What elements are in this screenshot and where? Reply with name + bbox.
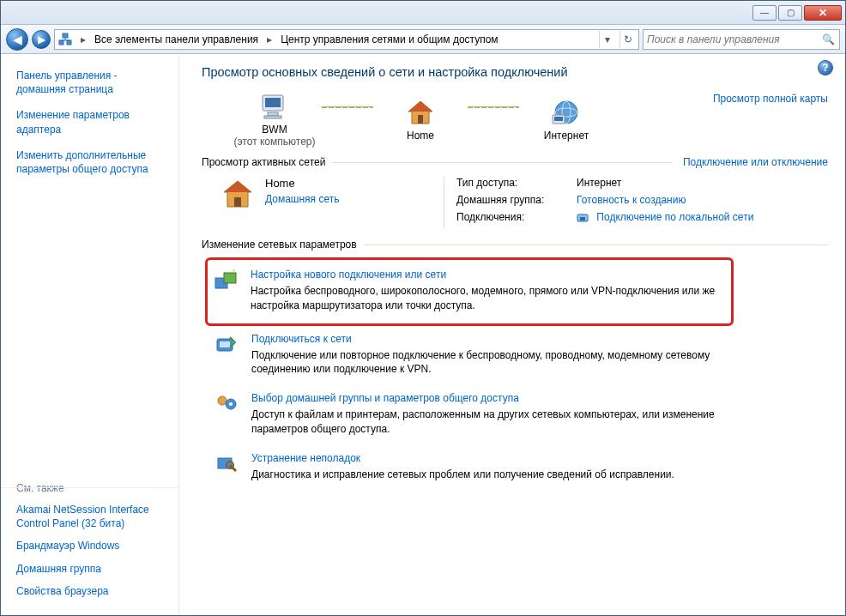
setting-troubleshoot[interactable]: Устранение неполадок Диагностика и испра… [208, 445, 828, 491]
computer-icon [257, 91, 292, 122]
settings-list: + Настройка нового подключения или сети … [202, 257, 828, 491]
breadcrumb-root[interactable]: Все элементы панели управления [94, 33, 258, 45]
setting-title[interactable]: Устранение неполадок [251, 452, 674, 464]
house-icon [219, 177, 257, 211]
svg-rect-6 [265, 98, 281, 107]
svg-marker-18 [224, 181, 251, 192]
breadcrumb-current[interactable]: Центр управления сетями и общим доступом [281, 33, 499, 45]
connect-disconnect-link[interactable]: Подключение или отключение [683, 156, 828, 168]
breadcrumb-dropdown[interactable]: ▾ [599, 31, 614, 48]
close-button[interactable]: ✕ [804, 5, 842, 21]
nav-back-button[interactable]: ◀ [6, 28, 28, 51]
network-map: BWM (этот компьютер) Home [202, 91, 828, 148]
see-also-browser[interactable]: Свойства браузера [16, 584, 168, 598]
map-connector-icon [468, 106, 519, 108]
network-center-icon [58, 33, 72, 46]
titlebar: — ▢ ✕ [1, 1, 845, 25]
svg-point-27 [218, 396, 227, 405]
svg-marker-10 [408, 101, 432, 112]
svg-rect-0 [59, 40, 63, 45]
window-frame: — ▢ ✕ ◀ ▶ ▸ Все элементы панели управлен… [0, 0, 846, 616]
sidebar-link-adapter[interactable]: Изменение параметров адаптера [16, 108, 168, 136]
active-networks-header: Просмотр активных сетей Подключение или … [202, 156, 828, 168]
sidebar: Панель управления - домашняя страница Из… [1, 55, 179, 615]
kv-access-label: Тип доступа: [456, 177, 577, 189]
nav-forward-button[interactable]: ▶ [32, 30, 51, 49]
svg-rect-11 [418, 115, 423, 124]
maximize-button[interactable]: ▢ [778, 5, 802, 21]
setting-desc: Подключение или повторное подключение к … [251, 348, 732, 377]
setting-connect-network[interactable]: Подключиться к сети Подключение или повт… [208, 326, 828, 386]
change-settings-title: Изменение сетевых параметров [202, 239, 357, 251]
node-home: Home [373, 97, 468, 142]
refresh-button[interactable]: ↻ [619, 31, 635, 48]
breadcrumb-sep-icon: ▸ [263, 33, 275, 45]
node-computer-sub: (этот компьютер) [234, 136, 316, 148]
svg-rect-21 [580, 217, 585, 220]
troubleshoot-icon [214, 452, 239, 476]
node-internet: Интернет [519, 97, 613, 142]
sidebar-divider [1, 487, 178, 488]
node-internet-label: Интернет [544, 130, 589, 142]
active-network-block: Home Домашняя сеть Тип доступа: Интернет… [202, 177, 828, 228]
active-networks-title: Просмотр активных сетей [202, 156, 325, 168]
node-home-label: Home [407, 130, 434, 142]
svg-rect-26 [220, 341, 230, 347]
setting-desc: Диагностика и исправление сетевых пробле… [251, 468, 674, 482]
node-computer-label: BWM [262, 124, 287, 136]
content-area: Панель управления - домашняя страница Из… [1, 54, 845, 615]
map-connector-icon [322, 106, 373, 108]
see-also-firewall[interactable]: Брандмауэр Windows [16, 539, 168, 553]
svg-rect-16 [554, 117, 563, 121]
sidebar-link-home[interactable]: Панель управления - домашняя страница [16, 69, 168, 96]
kv-connections-label: Подключения: [456, 211, 577, 223]
svg-rect-1 [67, 40, 71, 45]
view-full-map-link[interactable]: Просмотр полной карты [713, 91, 828, 105]
active-network-name: Home [265, 177, 339, 190]
breadcrumb-sep-icon: ▸ [77, 33, 89, 45]
connect-network-icon [214, 333, 239, 357]
address-bar: ◀ ▶ ▸ Все элементы панели управления ▸ Ц… [1, 25, 845, 54]
kv-homegroup-label: Домашняя группа: [456, 194, 577, 206]
setting-new-connection[interactable]: + Настройка нового подключения или сети … [205, 257, 734, 326]
kv-connections-link[interactable]: Подключение по локальной сети [577, 211, 753, 223]
svg-rect-19 [234, 197, 241, 207]
change-settings-header: Изменение сетевых параметров [202, 239, 828, 251]
new-connection-icon: + [213, 269, 239, 293]
ethernet-icon [577, 213, 589, 223]
sidebar-see-also: См. также Akamai NetSession Interface Co… [16, 475, 168, 607]
kv-access-value: Интернет [577, 177, 621, 189]
globe-icon [549, 97, 583, 128]
svg-text:+: + [231, 269, 237, 275]
help-icon[interactable]: ? [818, 60, 833, 75]
svg-rect-7 [268, 112, 278, 116]
breadcrumb[interactable]: ▸ Все элементы панели управления ▸ Центр… [54, 29, 639, 50]
setting-desc: Настройка беспроводного, широкополосного… [251, 284, 722, 313]
minimize-button[interactable]: — [752, 5, 777, 21]
node-computer: BWM (этот компьютер) [227, 91, 322, 148]
svg-rect-8 [264, 116, 281, 118]
page-title: Просмотр основных сведений о сети и наст… [202, 65, 828, 79]
homegroup-icon [214, 392, 239, 416]
sidebar-link-sharing[interactable]: Изменить дополнительные параметры общего… [16, 148, 168, 176]
svg-rect-2 [63, 33, 68, 38]
setting-title[interactable]: Настройка нового подключения или сети [251, 269, 722, 281]
svg-rect-30 [218, 458, 232, 468]
search-input[interactable] [647, 33, 822, 45]
setting-desc: Доступ к файлам и принтерам, расположенн… [251, 408, 732, 437]
search-icon: 🔍 [822, 33, 836, 45]
main-panel: ? Просмотр основных сведений о сети и на… [179, 55, 845, 615]
setting-title[interactable]: Выбор домашней группы и параметров общег… [251, 392, 732, 404]
svg-point-29 [229, 402, 233, 406]
house-icon [403, 97, 438, 128]
kv-homegroup-link[interactable]: Готовность к созданию [577, 194, 686, 206]
active-network-type-link[interactable]: Домашняя сеть [265, 193, 339, 205]
see-also-homegroup[interactable]: Домашняя группа [16, 562, 168, 576]
setting-title[interactable]: Подключиться к сети [251, 333, 732, 345]
search-box[interactable]: 🔍 [643, 29, 840, 50]
see-also-akamai[interactable]: Akamai NetSession Interface Control Pane… [16, 503, 168, 530]
see-also-title: См. также [16, 482, 168, 494]
setting-homegroup[interactable]: Выбор домашней группы и параметров общег… [208, 385, 828, 445]
